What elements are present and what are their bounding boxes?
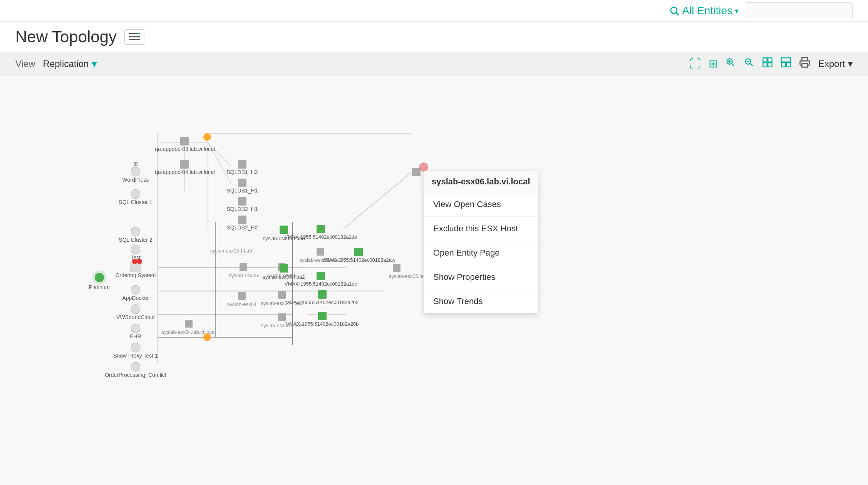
export-label: Export (818, 59, 845, 69)
svg-text:VMAX-1955:51402ec00182a202: VMAX-1955:51402ec00182a202 (286, 299, 359, 305)
svg-line-11 (750, 64, 752, 66)
svg-text:syslab-esx05-hba2: syslab-esx05-hba2 (299, 257, 341, 263)
svg-text:syslab-esx06: syslab-esx06 (229, 273, 258, 278)
svg-line-7 (731, 64, 734, 66)
zoom-out-icon[interactable] (744, 57, 754, 70)
exclude-esx-host-item[interactable]: Exclude this ESX Host (424, 217, 538, 241)
fullscreen-icon[interactable]: ⛶ (689, 57, 701, 70)
svg-rect-74 (131, 362, 140, 371)
search-icon (669, 5, 680, 16)
svg-text:syslab-esx05-hba3: syslab-esx05-hba3 (210, 248, 252, 254)
svg-rect-87 (280, 264, 288, 273)
layout1-icon[interactable] (762, 57, 773, 70)
svg-text:syslab-esx04: syslab-esx04 (227, 301, 256, 307)
svg-rect-47 (238, 179, 246, 187)
svg-text:VWSoundCloud: VWSoundCloud (116, 314, 155, 320)
svg-text:VMAX-1955:51402ec00182a20b: VMAX-1955:51402ec00182a20b (286, 321, 359, 327)
svg-rect-57 (131, 245, 140, 254)
svg-text:qa-appdoc-03.lab.vi.local: qa-appdoc-03.lab.vi.local (155, 146, 215, 152)
global-search-input[interactable] (745, 2, 853, 19)
svg-rect-38 (180, 137, 189, 146)
export-arrow-icon: ▾ (848, 59, 853, 69)
svg-rect-55 (131, 227, 140, 236)
page-header: New Topology (0, 22, 868, 52)
topology-canvas[interactable]: qa-appdoc-03.lab.vi.local qa-appdoc-04.l… (0, 75, 868, 485)
show-properties-item[interactable]: Show Properties (424, 265, 538, 289)
svg-rect-18 (781, 63, 786, 67)
svg-rect-89 (317, 248, 324, 256)
show-trends-item[interactable]: Show Trends (424, 289, 538, 313)
export-button[interactable]: Export ▾ (818, 59, 853, 69)
svg-rect-68 (131, 304, 140, 314)
svg-rect-14 (768, 58, 772, 62)
svg-text:SQLDB1_H2: SQLDB1_H2 (227, 169, 258, 175)
svg-text:qa-appdoc-04.lab.vi.local: qa-appdoc-04.lab.vi.local (155, 169, 215, 175)
all-entities-dropdown[interactable]: All Entities ▾ (669, 5, 739, 17)
svg-text:syslab-esx06-hba2: syslab-esx06-hba2 (263, 274, 305, 280)
svg-rect-77 (280, 226, 288, 234)
print-icon[interactable] (799, 57, 811, 71)
show-trends-label: Show Trends (433, 296, 483, 306)
svg-rect-63 (131, 285, 140, 294)
toolbar: View Replication ▾ ⛶ ⊞ (0, 52, 868, 75)
dropdown-arrow-icon: ▾ (735, 6, 739, 15)
all-entities-label: All Entities (682, 5, 732, 17)
context-menu: syslab-esx06.lab.vi.local View Open Case… (424, 171, 538, 314)
svg-rect-95 (278, 291, 286, 299)
view-value: Replication (43, 59, 89, 69)
svg-rect-101 (278, 313, 286, 321)
svg-rect-105 (393, 264, 400, 272)
exclude-esx-host-label: Exclude this ESX Host (433, 224, 518, 233)
svg-rect-4 (129, 39, 140, 40)
svg-rect-70 (131, 324, 140, 333)
svg-rect-3 (129, 36, 140, 37)
svg-point-109 (419, 162, 428, 172)
svg-line-1 (677, 13, 679, 15)
svg-point-66 (95, 273, 104, 282)
svg-text:VMAX-1955:51402ec00182a1de: VMAX-1955:51402ec00182a1de (285, 234, 357, 240)
fit-screen-icon[interactable]: ⊞ (709, 57, 717, 70)
svg-text:SQLDB2_H2: SQLDB2_H2 (227, 224, 258, 231)
svg-rect-91 (317, 272, 325, 280)
show-properties-label: Show Properties (433, 272, 495, 282)
svg-text:SQL Cluster 2: SQL Cluster 2 (119, 237, 152, 243)
svg-rect-108 (412, 168, 421, 176)
svg-rect-97 (318, 290, 327, 299)
svg-text:SQLDB1_H1: SQLDB1_H1 (227, 187, 258, 194)
svg-text:Ordering System: Ordering System (115, 272, 156, 278)
svg-point-61 (137, 259, 142, 264)
open-entity-page-item[interactable]: Open Entity Page (424, 241, 538, 265)
svg-rect-103 (318, 312, 327, 320)
layout2-icon[interactable] (781, 57, 791, 70)
open-entity-page-label: Open Entity Page (433, 248, 499, 258)
menu-icon-button[interactable] (124, 29, 144, 45)
view-open-cases-label: View Open Cases (433, 199, 501, 209)
svg-text:VMAX-1955:51402ec00182a1dc: VMAX-1955:51402ec00182a1dc (285, 281, 357, 287)
svg-text:WordPress: WordPress (122, 177, 149, 183)
context-menu-title: syslab-esx06.lab.vi.local (424, 171, 538, 192)
svg-rect-17 (781, 58, 790, 62)
svg-rect-79 (317, 225, 325, 233)
svg-rect-13 (763, 58, 767, 62)
svg-rect-99 (185, 320, 193, 328)
svg-rect-15 (763, 63, 767, 67)
svg-point-111 (203, 333, 211, 341)
svg-rect-49 (238, 197, 246, 206)
svg-point-110 (203, 133, 211, 141)
view-open-cases-item[interactable]: View Open Cases (424, 192, 538, 217)
svg-rect-72 (131, 343, 140, 352)
svg-text:SQLDB2_H1: SQLDB2_H1 (227, 206, 258, 212)
svg-rect-93 (238, 292, 246, 300)
header: All Entities ▾ (0, 0, 868, 22)
view-select[interactable]: Replication ▾ (43, 57, 151, 70)
svg-rect-81 (240, 263, 247, 271)
svg-point-60 (132, 259, 137, 264)
view-label: View (15, 59, 35, 69)
svg-text:OrderProcessing_Conflict: OrderProcessing_Conflict (105, 372, 166, 378)
menu-lines-icon (129, 33, 140, 41)
zoom-in-icon[interactable] (725, 57, 736, 70)
view-dropdown-arrow-icon: ▾ (92, 57, 97, 70)
svg-text:SQL Cluster 1: SQL Cluster 1 (119, 199, 152, 205)
svg-rect-16 (768, 63, 772, 67)
svg-line-31 (343, 172, 412, 229)
